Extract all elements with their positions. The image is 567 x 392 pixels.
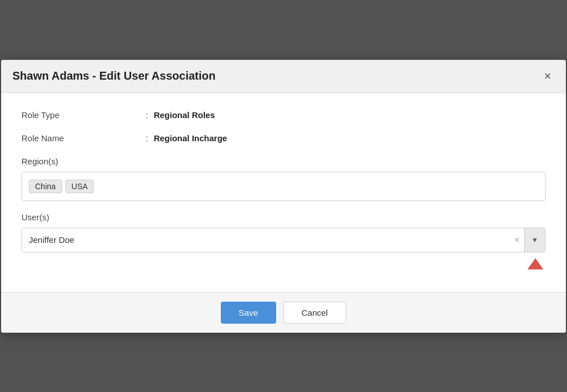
region-tag-china: China [29, 180, 62, 193]
region-tag-usa: USA [66, 180, 94, 193]
modal-dialog: Shawn Adams - Edit User Association × Ro… [1, 60, 566, 333]
dropdown-arrow-button[interactable]: ▼ [524, 228, 545, 252]
role-name-separator: : [146, 133, 148, 143]
modal-title: Shawn Adams - Edit User Association [12, 69, 216, 82]
modal-close-button[interactable]: × [540, 69, 555, 84]
role-type-value: Regional Roles [154, 110, 215, 120]
users-block: User(s) Jeniffer Doe × ▼ [21, 212, 546, 269]
role-type-separator: : [146, 110, 148, 120]
modal-header: Shawn Adams - Edit User Association × [1, 60, 566, 93]
regions-block: Region(s) China USA [21, 156, 546, 201]
scroll-indicator [21, 258, 546, 269]
users-label: User(s) [21, 212, 546, 222]
modal-overlay: Shawn Adams - Edit User Association × Ro… [0, 0, 567, 392]
up-arrow-icon [527, 258, 543, 269]
regions-label: Region(s) [21, 156, 546, 166]
role-type-label: Role Type [21, 110, 146, 120]
regions-input[interactable]: China USA [21, 172, 546, 201]
role-name-value: Regional Incharge [154, 133, 227, 143]
selected-user-value: Jeniffer Doe [22, 229, 510, 250]
cancel-button[interactable]: Cancel [283, 302, 347, 324]
modal-footer: Save Cancel [1, 292, 566, 333]
clear-user-button[interactable]: × [510, 235, 524, 245]
users-select[interactable]: Jeniffer Doe × ▼ [21, 228, 546, 252]
role-name-label: Role Name [21, 133, 146, 143]
role-name-row: Role Name : Regional Incharge [21, 133, 546, 143]
save-button[interactable]: Save [221, 302, 276, 324]
chevron-down-icon: ▼ [531, 236, 538, 244]
role-type-row: Role Type : Regional Roles [21, 110, 546, 120]
modal-body: Role Type : Regional Roles Role Name : R… [1, 93, 566, 292]
